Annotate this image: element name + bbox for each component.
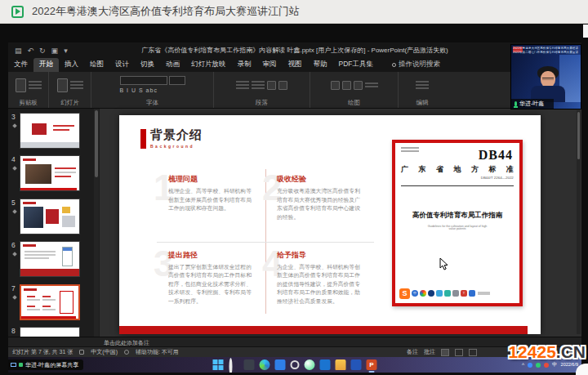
tab-file[interactable]: 文件 (8, 58, 33, 72)
quick-styles-icon[interactable] (354, 81, 363, 90)
drawing-group[interactable] (310, 72, 399, 98)
monitor-icon (11, 363, 16, 367)
cut-copy-icons[interactable] (29, 81, 42, 89)
s-logo-icon: S (399, 288, 410, 299)
list-icons[interactable] (236, 81, 249, 89)
arrange-icon[interactable] (342, 81, 351, 90)
mail-icon[interactable] (320, 359, 331, 370)
title-accent-bar (140, 129, 146, 149)
task-view-icon[interactable] (244, 359, 255, 370)
thumbnail-slide-4[interactable]: 4 (8, 155, 100, 194)
columns-icon[interactable] (267, 81, 276, 90)
start-button[interactable] (213, 359, 224, 370)
editing-group[interactable] (399, 72, 446, 98)
spellcheck-icon[interactable] (79, 350, 84, 355)
comments-toggle-button[interactable]: 批注 (424, 348, 435, 356)
slide-header: 背景介绍 Background (150, 127, 203, 149)
quadrant-heading: 梳理问题 (168, 174, 254, 185)
thumbnail-slide-6[interactable]: 6 (8, 241, 100, 279)
microphone-icon (514, 101, 517, 106)
red-app-icon: T (461, 290, 467, 297)
tab-slideshow[interactable]: 幻灯片放映 (185, 58, 232, 72)
clipboard-group[interactable] (8, 72, 49, 98)
slides-group[interactable] (49, 72, 91, 98)
thumbnail-slide-3[interactable]: 3 (8, 113, 100, 151)
store-icon[interactable] (275, 359, 286, 370)
tab-insert[interactable]: 插入 (59, 58, 84, 72)
paragraph-group[interactable] (214, 72, 310, 98)
notes-toggle-button[interactable]: 备注 (407, 348, 418, 356)
accessibility-status[interactable]: 辅助功能: 不可用 (136, 348, 179, 356)
tab-design[interactable]: 设计 (109, 58, 135, 72)
shapes-icon[interactable] (331, 81, 340, 90)
powerpoint-icon[interactable]: P (367, 359, 377, 370)
font-group[interactable]: B I U S abc (91, 72, 214, 98)
tab-home[interactable]: 开始 (33, 58, 59, 72)
language-indicator[interactable]: 中文(中国) (91, 348, 118, 356)
tray-caret-icon[interactable]: ^ (522, 362, 524, 368)
thumbnail-slide-8[interactable]: 8 (8, 327, 100, 337)
paste-icon[interactable] (16, 78, 26, 92)
doc-toolbar-icons: S 中 T (399, 288, 515, 299)
ribbon-group-labels: 剪贴板 幻灯片 字体 段落 绘图 编辑 (8, 98, 581, 109)
normal-view-button[interactable] (441, 349, 449, 356)
ppt-document-title: 广东省《高价值专利培育布局工作指南》内容解读 叶鑫.pptx [用户上次保存的]… (8, 42, 581, 59)
tray-app-icon[interactable] (536, 363, 541, 368)
fill-outline-icons[interactable] (365, 83, 378, 87)
tab-pdf-tools[interactable]: PDF工具集 (333, 58, 380, 72)
tray-app-icon[interactable] (544, 363, 549, 368)
ime-indicator[interactable]: 中 (552, 361, 558, 368)
file-explorer-icon[interactable] (336, 359, 346, 370)
watermark: 12425.CN (508, 342, 586, 362)
photos-icon[interactable] (351, 359, 362, 370)
align-icons[interactable] (252, 81, 265, 89)
slide-counter: 幻灯片 第 7 张, 共 31 张 (12, 348, 73, 356)
accessibility-icon (124, 350, 129, 355)
search-icon[interactable] (229, 359, 239, 370)
current-slide[interactable]: 背景介绍 Background 1 梳理问题 梳理企业、高等学校、科研机构等创新… (119, 115, 541, 334)
tab-help[interactable]: 帮助 (308, 58, 333, 72)
windows-taskbar: 华进-叶鑫的屏幕共享 P ^ 中 (8, 357, 581, 373)
thumbnail-slide-7-selected[interactable]: 7 (8, 284, 100, 323)
font-name-combobox[interactable] (120, 76, 167, 85)
clipboard-label: 剪贴板 (8, 98, 49, 108)
paragraph-label: 段落 (214, 98, 310, 108)
presenter-video[interactable]: 2022年粤港澳大湾区高价值专利培育布局大赛巡讲 2022年第二届江门市高价值专… (510, 44, 581, 109)
thumbnail-scrollbar[interactable] (94, 109, 99, 337)
tab-draw[interactable]: 绘图 (84, 58, 109, 72)
tab-view[interactable]: 视图 (283, 58, 308, 72)
blue-app-icon (436, 290, 443, 297)
font-style-buttons[interactable]: B I U S abc (120, 87, 185, 94)
edge-icon[interactable] (260, 359, 270, 370)
notes-pane[interactable]: 单击此处添加备注 (8, 337, 581, 346)
new-slide-icon[interactable] (57, 78, 68, 92)
editing-scrollbar[interactable] (577, 110, 581, 334)
snip-tool-icon[interactable] (291, 360, 300, 369)
slide-subtitle: Background (150, 144, 203, 149)
mouse-cursor (439, 258, 448, 270)
meeting-header: 2022年粤港澳大湾区高价值专利培育布局大赛巡讲江门站 (0, 0, 588, 24)
tab-review[interactable]: 审阅 (257, 58, 283, 72)
presenter-name-tag: 华进-叶鑫 (511, 99, 554, 109)
slide-footer-bar (119, 326, 528, 334)
wechat-icon[interactable] (305, 359, 315, 370)
reading-view-button[interactable] (469, 349, 477, 356)
layout-icons[interactable] (70, 81, 83, 89)
thumbnail-slide-5[interactable]: 5 (8, 199, 100, 237)
tab-transitions[interactable]: 切换 (135, 58, 160, 72)
font-size-combobox[interactable] (169, 76, 185, 85)
tray-clock[interactable]: 2022/6/9 (561, 362, 578, 367)
slide-thumbnail-panel: 3 4 (8, 109, 100, 337)
tab-record[interactable]: 录制 (232, 58, 257, 72)
slide-sorter-view-button[interactable] (455, 349, 463, 356)
tab-animations[interactable]: 动画 (160, 58, 185, 72)
tell-me-search[interactable]: 操作说明搜索 (392, 60, 440, 72)
animation-star-icon (12, 295, 17, 300)
font-label: 字体 (91, 98, 214, 108)
doc-toolbar-text (478, 292, 490, 295)
tray-app-icon[interactable] (528, 363, 532, 368)
globe-app-icon (428, 290, 434, 297)
find-replace-select-icons[interactable] (416, 81, 429, 89)
text-direction-icon[interactable] (278, 81, 287, 90)
db44-code: DB44 (479, 148, 513, 163)
